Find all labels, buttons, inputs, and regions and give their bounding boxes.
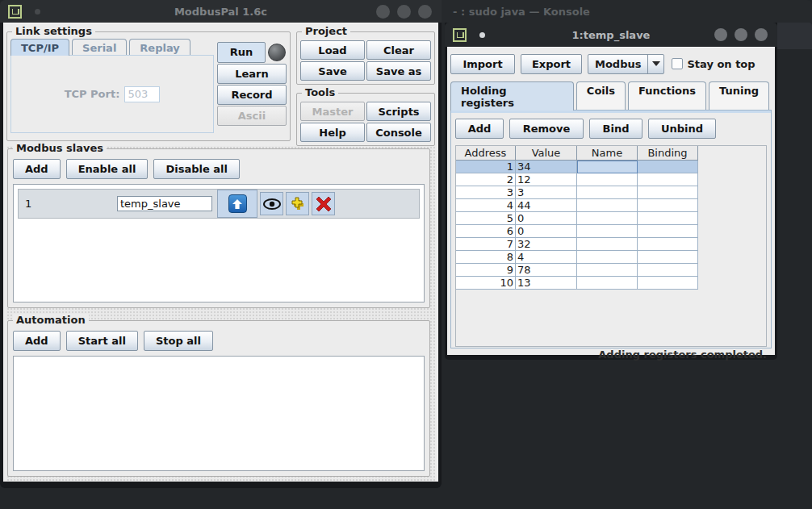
tab-tuning[interactable]: Tuning [709, 81, 769, 111]
binding-cell[interactable] [638, 277, 698, 290]
slave-window-titlebar[interactable]: 1:temp_slave [445, 23, 777, 47]
run-button[interactable]: Run [217, 42, 266, 63]
name-column-header[interactable]: Name [577, 146, 638, 161]
value-cell[interactable]: 4 [516, 251, 577, 264]
help-button[interactable]: Help [300, 123, 365, 142]
modbuspal-window-titlebar[interactable]: ModbusPal 1.6c [0, 0, 442, 23]
konsole-window-titlebar[interactable]: - : sudo java — Konsole [442, 0, 812, 23]
value-cell[interactable]: 34 [516, 161, 577, 173]
table-row[interactable]: 84 [456, 251, 698, 264]
address-cell[interactable]: 9 [456, 264, 516, 277]
table-row[interactable]: 444 [456, 199, 698, 212]
export-button[interactable]: Export [521, 54, 582, 74]
tab-functions[interactable]: Functions [628, 81, 706, 111]
binding-cell[interactable] [638, 251, 698, 264]
clear-button[interactable]: Clear [366, 40, 431, 60]
table-row[interactable]: 134 [456, 161, 698, 173]
address-cell[interactable]: 2 [456, 173, 516, 186]
enable-slave-button[interactable] [217, 190, 257, 218]
value-cell[interactable]: 0 [516, 212, 577, 225]
tab-holding-registers[interactable]: Holding registers [450, 81, 574, 111]
remove-register-button[interactable]: Remove [509, 119, 584, 139]
name-cell[interactable] [577, 225, 638, 238]
value-cell[interactable]: 78 [516, 264, 577, 277]
save-as-button[interactable]: Save as [366, 61, 431, 81]
unbind-button[interactable]: Unbind [648, 119, 716, 139]
value-cell[interactable]: 44 [516, 199, 577, 212]
tab-tcpip[interactable]: TCP/IP [10, 39, 69, 56]
address-column-header[interactable]: Address [456, 146, 516, 161]
disable-all-button[interactable]: Disable all [153, 159, 240, 179]
binding-cell[interactable] [638, 238, 698, 251]
value-cell[interactable]: 32 [516, 238, 577, 251]
learn-button[interactable]: Learn [217, 64, 287, 84]
minimize-button[interactable] [714, 28, 727, 41]
save-button[interactable]: Save [300, 61, 365, 81]
stay-on-top-checkbox[interactable] [672, 58, 683, 69]
table-row[interactable]: 212 [456, 173, 698, 186]
name-cell[interactable] [577, 277, 638, 290]
name-cell[interactable] [577, 264, 638, 277]
name-cell[interactable] [577, 212, 638, 225]
name-cell[interactable] [577, 251, 638, 264]
tab-coils[interactable]: Coils [576, 81, 626, 111]
add-register-button[interactable]: Add [455, 119, 504, 139]
address-cell[interactable]: 3 [456, 186, 516, 199]
name-cell[interactable] [577, 238, 638, 251]
binding-cell[interactable] [638, 161, 698, 173]
stop-all-button[interactable]: Stop all [144, 331, 213, 351]
tcp-port-input[interactable] [124, 86, 160, 102]
close-button[interactable] [755, 28, 768, 41]
maximize-button[interactable] [397, 5, 411, 19]
binding-cell[interactable] [638, 186, 698, 199]
maximize-button[interactable] [735, 28, 747, 41]
load-button[interactable]: Load [300, 40, 365, 60]
value-cell[interactable]: 13 [516, 277, 577, 290]
binding-cell[interactable] [638, 173, 698, 186]
register-table-scrollpane[interactable]: Address Value Name Binding 1342123344450… [455, 145, 767, 347]
record-button[interactable]: Record [217, 85, 287, 105]
value-cell[interactable]: 3 [516, 186, 577, 199]
binding-cell[interactable] [638, 212, 698, 225]
table-row[interactable]: 1013 [456, 277, 698, 290]
table-row[interactable]: 33 [456, 186, 698, 199]
show-slave-button[interactable] [260, 192, 283, 215]
tab-replay[interactable]: Replay [129, 39, 190, 56]
name-cell[interactable] [577, 173, 638, 186]
value-cell[interactable]: 0 [516, 225, 577, 238]
enable-all-button[interactable]: Enable all [66, 159, 149, 179]
start-all-button[interactable]: Start all [66, 331, 138, 351]
name-cell[interactable] [577, 186, 638, 199]
table-header[interactable]: Address Value Name Binding [456, 146, 698, 161]
close-button[interactable] [418, 5, 432, 19]
address-cell[interactable]: 6 [456, 225, 516, 238]
binding-cell[interactable] [638, 199, 698, 212]
slave-name-input[interactable] [117, 196, 212, 211]
add-automation-button[interactable] [286, 192, 309, 215]
value-column-header[interactable]: Value [516, 146, 577, 161]
binding-cell[interactable] [638, 264, 698, 277]
address-cell[interactable]: 8 [456, 251, 516, 264]
binding-cell[interactable] [638, 225, 698, 238]
slave-row[interactable]: 1 [18, 189, 420, 219]
minimize-button[interactable] [376, 5, 390, 19]
address-cell[interactable]: 5 [456, 212, 516, 225]
name-cell[interactable] [577, 199, 638, 212]
address-cell[interactable]: 1 [456, 161, 516, 173]
mode-dropdown[interactable]: Modbus [588, 54, 664, 74]
table-row[interactable]: 50 [456, 212, 698, 225]
binding-column-header[interactable]: Binding [638, 146, 698, 161]
tab-serial[interactable]: Serial [72, 39, 127, 56]
address-cell[interactable]: 10 [456, 277, 516, 290]
table-row[interactable]: 732 [456, 238, 698, 251]
delete-slave-button[interactable] [312, 192, 335, 215]
table-row[interactable]: 978 [456, 264, 698, 277]
name-cell[interactable] [577, 161, 638, 173]
value-cell[interactable]: 12 [516, 173, 577, 186]
add-automation-button[interactable]: Add [13, 331, 61, 351]
address-cell[interactable]: 7 [456, 238, 516, 251]
add-slave-button[interactable]: Add [13, 159, 61, 179]
address-cell[interactable]: 4 [456, 199, 516, 212]
bind-button[interactable]: Bind [589, 119, 642, 139]
table-row[interactable]: 60 [456, 225, 698, 238]
